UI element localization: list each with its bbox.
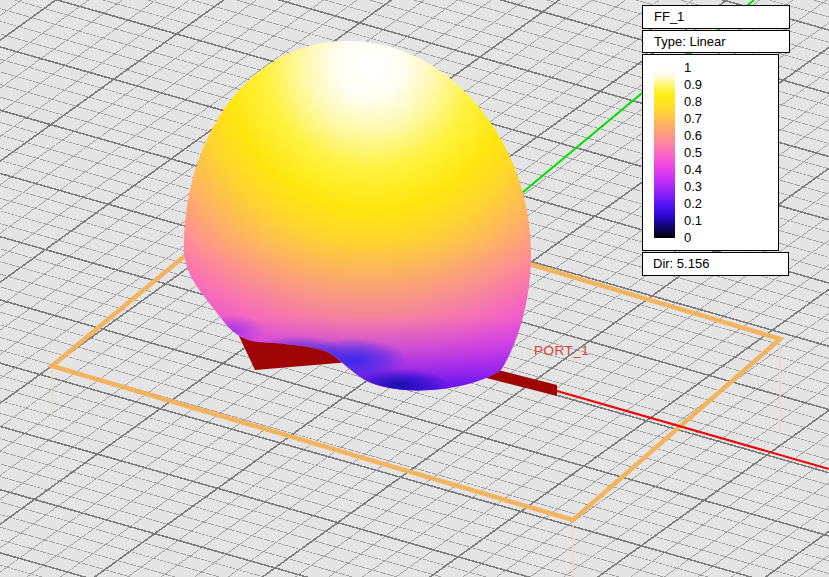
colorbar-tick: 0.2 xyxy=(684,197,702,211)
viewport-3d[interactable]: PORT_1 FF_1 Type: Linear 1 0.9 0.8 0.7 0… xyxy=(0,0,829,577)
legend-scale-box: 1 0.9 0.8 0.7 0.6 0.5 0.4 0.3 0.2 0.1 0 xyxy=(642,54,779,251)
directivity-value: Dir: 5.156 xyxy=(653,256,709,271)
colorbar-tick: 0.7 xyxy=(684,112,702,126)
colorbar-tick: 0.9 xyxy=(684,78,702,92)
legend-type-box: Type: Linear xyxy=(642,30,790,53)
scale-type-label: Type: Linear xyxy=(654,34,726,49)
colorbar-tick: 0.5 xyxy=(684,146,702,160)
legend-directivity-box: Dir: 5.156 xyxy=(642,252,789,276)
colorbar-tick: 0.3 xyxy=(684,180,702,194)
colorbar xyxy=(654,68,675,238)
colorbar-tick: 0.6 xyxy=(684,129,702,143)
colorbar-tick: 0.4 xyxy=(684,163,702,177)
x-axis-line xyxy=(557,391,829,469)
colorbar-tick: 0.8 xyxy=(684,95,702,109)
farfield-result-name: FF_1 xyxy=(654,9,684,24)
colorbar-tick: 1 xyxy=(684,61,691,75)
colorbar-tick: 0.1 xyxy=(684,214,702,228)
colorbar-tick: 0 xyxy=(684,231,691,245)
legend-title-box: FF_1 xyxy=(642,5,790,29)
port-label: PORT_1 xyxy=(534,343,589,358)
farfield-pattern-rim-shading xyxy=(184,41,531,390)
pattern-null-blob xyxy=(350,369,450,401)
